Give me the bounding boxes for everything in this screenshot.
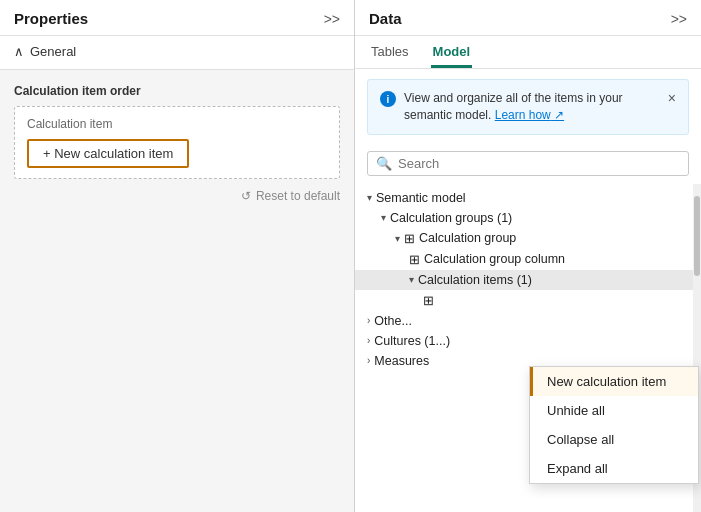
context-menu-item-new-calc[interactable]: New calculation item — [530, 367, 698, 396]
tree-item-label: Calculation items (1) — [418, 273, 532, 287]
chevron-up-icon: ∧ — [14, 44, 24, 59]
calc-order-label: Calculation item order — [14, 84, 340, 98]
tree-item-label: Measures — [374, 354, 429, 368]
right-panel-title: Data — [369, 10, 402, 27]
reset-label: Reset to default — [256, 189, 340, 203]
tree-item-label: Calculation group column — [424, 252, 565, 266]
left-panel-expand-icon[interactable]: >> — [324, 11, 340, 27]
tree-item-semantic-model[interactable]: ▾ Semantic model — [355, 188, 701, 208]
info-text: View and organize all of the items in yo… — [404, 90, 656, 124]
scrollbar-thumb[interactable] — [694, 196, 700, 276]
chevron-down-icon: ▾ — [381, 212, 386, 223]
tab-model[interactable]: Model — [431, 36, 473, 68]
calc-item-label: Calculation item — [27, 117, 329, 131]
context-menu: New calculation item Unhide all Collapse… — [529, 366, 699, 484]
general-toggle[interactable]: ∧ General — [14, 44, 340, 59]
general-label-text: General — [30, 44, 76, 59]
right-panel: Data >> Tables Model i View and organize… — [355, 0, 701, 512]
reset-icon: ↺ — [241, 189, 251, 203]
context-menu-item-expand-all[interactable]: Expand all — [530, 454, 698, 483]
item-icon: ⊞ — [423, 293, 434, 308]
chevron-down-icon: ▾ — [409, 274, 414, 285]
tab-row: Tables Model — [355, 36, 701, 69]
tree-item-other[interactable]: › Othe... — [355, 311, 701, 331]
chevron-right-icon: › — [367, 315, 370, 326]
info-banner-close-button[interactable]: × — [668, 90, 676, 106]
general-section: ∧ General — [0, 36, 354, 70]
tree-item-calc-groups[interactable]: ▾ Calculation groups (1) — [355, 208, 701, 228]
right-panel-header: Data >> — [355, 0, 701, 36]
search-icon: 🔍 — [376, 156, 392, 171]
tree-item-label: Calculation groups (1) — [390, 211, 512, 225]
tab-tables[interactable]: Tables — [369, 36, 411, 68]
new-calculation-item-button[interactable]: + New calculation item — [27, 139, 189, 168]
external-link-icon: ↗ — [554, 108, 564, 122]
search-row: 🔍 — [355, 145, 701, 184]
info-banner: i View and organize all of the items in … — [367, 79, 689, 135]
left-panel-header: Properties >> — [0, 0, 354, 36]
column-icon: ⊞ — [409, 252, 420, 267]
table-icon: ⊞ — [404, 231, 415, 246]
tree-item-label: Calculation group — [419, 231, 516, 245]
search-input[interactable] — [398, 156, 680, 171]
right-panel-expand-icon[interactable]: >> — [671, 11, 687, 27]
chevron-right-icon: › — [367, 335, 370, 346]
chevron-right-icon: › — [367, 355, 370, 366]
tree-area: ▾ Semantic model ▾ Calculation groups (1… — [355, 184, 701, 512]
tree-item-cultures[interactable]: › Cultures (1...) — [355, 331, 701, 351]
context-menu-item-unhide-all[interactable]: Unhide all — [530, 396, 698, 425]
chevron-down-icon: ▾ — [367, 192, 372, 203]
chevron-down-icon: ▾ — [395, 233, 400, 244]
search-box: 🔍 — [367, 151, 689, 176]
context-menu-item-collapse-all[interactable]: Collapse all — [530, 425, 698, 454]
reset-to-default-button[interactable]: ↺ Reset to default — [241, 189, 340, 203]
tree-item-calc-group[interactable]: ▾ ⊞ Calculation group — [355, 228, 701, 249]
learn-how-link[interactable]: Learn how ↗ — [495, 108, 564, 122]
tree-item-calc-group-column[interactable]: ⊞ Calculation group column — [355, 249, 701, 270]
info-icon: i — [380, 91, 396, 107]
left-panel-title: Properties — [14, 10, 88, 27]
tree-item-calc-item-child[interactable]: ⊞ — [355, 290, 701, 311]
calc-item-box: Calculation item + New calculation item — [14, 106, 340, 179]
tree-item-label: Othe... — [374, 314, 412, 328]
left-panel: Properties >> ∧ General Calculation item… — [0, 0, 355, 512]
tree-item-label: Cultures (1...) — [374, 334, 450, 348]
calc-order-section: Calculation item order Calculation item … — [0, 70, 354, 213]
tree-item-label: Semantic model — [376, 191, 466, 205]
tree-item-calc-items[interactable]: ▾ Calculation items (1) — [355, 270, 701, 290]
